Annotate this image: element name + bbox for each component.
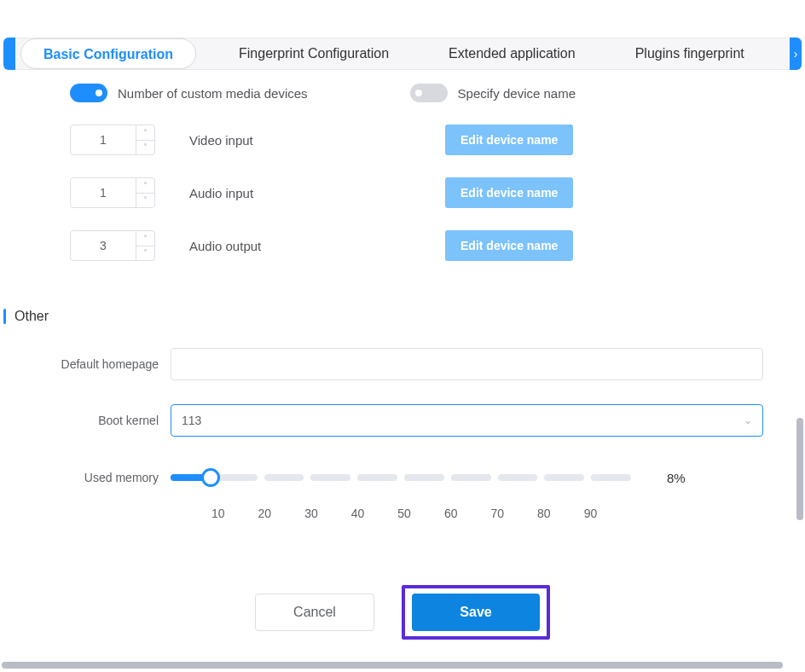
- audio-output-stepper[interactable]: ˄ ˅: [70, 230, 155, 261]
- chevron-down-icon: ˅: [143, 195, 148, 205]
- slider-tick: 40: [351, 507, 365, 520]
- video-input-label: Video input: [189, 133, 360, 148]
- edit-device-name-button-video[interactable]: Edit device name: [445, 125, 573, 155]
- video-input-step-up[interactable]: ˄: [136, 125, 154, 141]
- tab-extended-application[interactable]: Extended application: [426, 38, 598, 69]
- audio-output-label: Audio output: [189, 239, 360, 253]
- tab-basic-configuration[interactable]: Basic Configuration: [20, 38, 196, 69]
- audio-input-step-up[interactable]: ˄: [136, 178, 154, 194]
- audio-input-step-down[interactable]: ˅: [136, 194, 154, 208]
- tab-fingerprint-configuration[interactable]: Fingerprint Configuration: [217, 38, 411, 69]
- chevron-down-icon: ˅: [143, 248, 148, 258]
- video-input-stepper[interactable]: ˄ ˅: [70, 125, 155, 155]
- edit-device-name-button-audio-out[interactable]: Edit device name: [445, 230, 573, 261]
- default-homepage-label: Default homepage: [0, 357, 171, 371]
- section-accent-bar: [3, 309, 6, 324]
- used-memory-slider[interactable]: [171, 461, 648, 495]
- used-memory-label: Used memory: [0, 471, 171, 484]
- video-input-step-down[interactable]: ˅: [136, 141, 154, 155]
- content-area: Number of custom media devices Specify d…: [0, 77, 805, 672]
- video-input-value[interactable]: [71, 125, 136, 154]
- chevron-up-icon: ˄: [143, 181, 148, 190]
- slider-tick: 30: [304, 507, 318, 520]
- toggle-custom-media-count[interactable]: [70, 84, 107, 102]
- slider-tick: 50: [397, 507, 411, 520]
- slider-tick: 20: [258, 507, 272, 520]
- edit-device-name-button-audio-in[interactable]: Edit device name: [445, 177, 573, 208]
- audio-input-stepper[interactable]: ˄ ˅: [70, 177, 155, 208]
- cancel-button[interactable]: Cancel: [255, 594, 374, 631]
- chevron-down-icon: ⌄: [744, 414, 752, 426]
- save-button-highlight: Save: [402, 585, 550, 640]
- audio-input-value[interactable]: [71, 178, 136, 207]
- default-homepage-input[interactable]: [171, 348, 763, 380]
- slider-tick: 70: [490, 507, 504, 520]
- vertical-scrollbar[interactable]: [796, 418, 803, 520]
- slider-ticks: 10 20 30 40 50 60 70 80 90: [182, 507, 643, 520]
- audio-output-step-up[interactable]: ˄: [136, 231, 154, 246]
- used-memory-percent: 8%: [667, 471, 686, 485]
- slider-tick: 90: [584, 507, 598, 520]
- boot-kernel-label: Boot kernel: [0, 414, 171, 427]
- tab-plugins-fingerprint[interactable]: Plugins fingerprint: [613, 38, 767, 69]
- audio-output-step-down[interactable]: ˅: [136, 246, 154, 261]
- slider-tick: 10: [211, 507, 225, 520]
- chevron-right-icon: ›: [794, 47, 798, 61]
- chevron-up-icon: ˄: [143, 128, 148, 137]
- section-title-other: Other: [14, 309, 49, 324]
- horizontal-scrollbar[interactable]: [2, 662, 783, 669]
- toggle-specify-device-name-label: Specify device name: [458, 86, 576, 101]
- boot-kernel-value: 113: [182, 414, 201, 427]
- boot-kernel-select[interactable]: 113 ⌄: [171, 404, 763, 437]
- tab-scroll-left[interactable]: [3, 38, 15, 70]
- chevron-up-icon: ˄: [143, 234, 148, 243]
- audio-input-label: Audio input: [189, 186, 360, 200]
- save-button[interactable]: Save: [412, 594, 540, 631]
- slider-tick: 60: [444, 507, 458, 520]
- tab-bar: Basic Configuration Fingerprint Configur…: [3, 38, 802, 70]
- chevron-down-icon: ˅: [143, 142, 148, 152]
- toggle-custom-media-count-label: Number of custom media devices: [118, 86, 308, 101]
- toggle-specify-device-name[interactable]: [410, 84, 448, 102]
- tab-scroll-right[interactable]: ›: [790, 38, 802, 70]
- slider-tick: 80: [537, 507, 551, 520]
- slider-thumb[interactable]: [201, 468, 220, 487]
- audio-output-value[interactable]: [71, 231, 136, 260]
- slider-track: [171, 474, 631, 481]
